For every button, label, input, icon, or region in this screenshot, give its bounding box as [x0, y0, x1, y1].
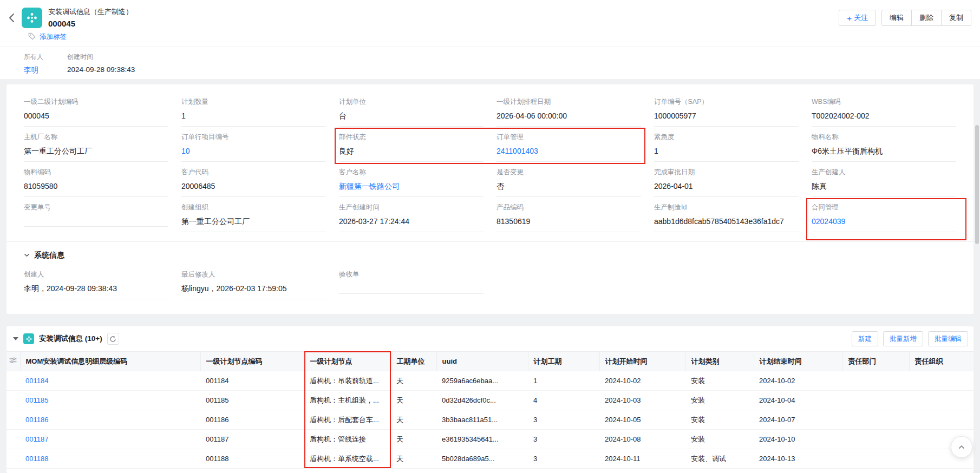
detail-field: 主机厂名称第一重工分公司工厂 — [24, 133, 168, 168]
field-value-link[interactable]: 10 — [181, 146, 326, 162]
table-cell: 001184 — [200, 371, 304, 391]
table-cell: 3 — [528, 430, 599, 449]
related-list-title: 安装调试信息 (10+) — [39, 334, 102, 344]
detail-field: 生产创建人陈真 — [812, 168, 956, 203]
detail-field: WBS编码T002024002-002 — [812, 97, 956, 133]
table-cell: 3b3baac811a51... — [436, 410, 528, 430]
related-list-card: 安装调试信息 (10+) 新建 批量新增 批量编辑 MOM安装调试信息明细层级编… — [6, 326, 974, 473]
field-value: 81350619 — [496, 216, 641, 232]
detail-field: 产品编码81350619 — [496, 203, 641, 238]
field-label: WBS编码 — [812, 97, 956, 107]
object-app-icon — [22, 8, 42, 28]
record-link[interactable]: 001184 — [20, 371, 200, 391]
field-value: 1000005977 — [654, 110, 799, 127]
table-cell — [909, 391, 974, 410]
record-link[interactable]: 001186 — [20, 410, 200, 430]
column-header-3[interactable]: 一级计划节点 — [304, 352, 391, 371]
batch-add-button[interactable]: 批量新增 — [883, 331, 923, 346]
table-cell: 天 — [391, 371, 436, 391]
column-header-10[interactable]: 责任部门 — [842, 352, 909, 371]
refresh-icon[interactable] — [107, 333, 119, 345]
field-label: 主机厂名称 — [24, 133, 168, 142]
field-label: 物料编码 — [24, 168, 168, 177]
field-value — [24, 216, 168, 227]
new-button[interactable]: 新建 — [852, 331, 878, 346]
table-cell: 盾构机：后配套台车... — [304, 410, 391, 430]
column-header-11[interactable]: 责任组织 — [909, 352, 974, 371]
field-value: 第一重工分公司工厂 — [24, 146, 168, 162]
field-label: 合同管理 — [812, 203, 956, 212]
column-settings-button[interactable] — [6, 352, 20, 371]
detail-field: 订单管理2411001403 — [496, 133, 641, 168]
detail-field: 部件状态良好 — [339, 133, 484, 168]
field-label: 是否变更 — [496, 168, 641, 177]
column-header-9[interactable]: 计划结束时间 — [754, 352, 842, 371]
column-header-2[interactable]: 一级计划节点编码 — [200, 352, 304, 371]
row-leading-cell — [6, 391, 20, 410]
field-label: 生产制造Id — [654, 203, 799, 212]
table-cell — [842, 410, 909, 430]
table-cell: 安装 — [685, 371, 754, 391]
table-cell: 0d32d426dcf0c... — [436, 391, 528, 410]
owner-link[interactable]: 李明 — [24, 65, 43, 75]
plus-icon: + — [847, 14, 852, 23]
detail-field: 一级计划排程日期2026-04-06 00:00:00 — [496, 97, 641, 133]
delete-button[interactable]: 删除 — [911, 10, 942, 26]
field-value: T002024002-002 — [812, 110, 956, 127]
table-cell: e361935345641... — [436, 430, 528, 449]
record-link[interactable]: 001185 — [20, 391, 200, 410]
detail-field: 紧急度1 — [654, 133, 799, 168]
scroll-top-button[interactable] — [951, 436, 972, 458]
system-info-title: 系统信息 — [34, 251, 64, 260]
detail-field: 生产创建时间2026-03-27 17:24:44 — [339, 203, 484, 238]
follow-button[interactable]: +关注 — [839, 10, 876, 26]
field-value: 81059580 — [24, 181, 168, 197]
table-cell: 安装 — [685, 391, 754, 410]
field-label: 生产创建人 — [812, 168, 956, 177]
chevron-up-icon — [958, 443, 965, 451]
column-header-8[interactable]: 计划类别 — [685, 352, 754, 371]
detail-field: 创建组织第一重工分公司工厂 — [181, 203, 326, 238]
vertical-scrollbar-thumb[interactable] — [975, 125, 979, 244]
table-row[interactable]: 001184001184盾构机：吊装前轨道...天9259a6ac6ebaa..… — [6, 371, 974, 391]
copy-button[interactable]: 复制 — [941, 10, 971, 26]
table-cell: 001188 — [200, 449, 304, 469]
table-row[interactable]: 001188001188盾构机：单系统空载...天5b028da689a5...… — [6, 449, 974, 469]
collapse-triangle-icon[interactable] — [13, 337, 18, 340]
table-row[interactable]: 001185001185盾构机：主机组装，...天0d32d426dcf0c..… — [6, 391, 974, 410]
column-header-6[interactable]: 计划工期 — [528, 352, 599, 371]
field-value: 1 — [181, 110, 326, 127]
column-header-7[interactable]: 计划开始时间 — [599, 352, 685, 371]
record-link[interactable]: 001187 — [20, 430, 200, 449]
field-label: 生产创建时间 — [339, 203, 484, 212]
table-cell: 天 — [391, 430, 436, 449]
batch-edit-button[interactable]: 批量编辑 — [928, 331, 968, 346]
field-label: 验收单 — [339, 270, 484, 279]
chevron-down-icon[interactable] — [24, 251, 30, 260]
field-value-link[interactable]: 02024039 — [812, 216, 956, 232]
column-header-1[interactable]: MOM安装调试信息明细层级编码 — [20, 352, 200, 371]
table-cell: 001187 — [200, 430, 304, 449]
table-cell: 2024-10-13 — [754, 449, 842, 469]
edit-button[interactable]: 编辑 — [881, 10, 912, 26]
detail-field: 完成审批日期2026-04-01 — [654, 168, 799, 203]
table-cell — [909, 371, 974, 391]
table-row[interactable]: 001186001186盾构机：后配套台车...天3b3baac811a51..… — [6, 410, 974, 430]
back-button[interactable] — [9, 6, 22, 25]
table-row[interactable]: 001187001187盾构机：管线连接天e361935345641...320… — [6, 430, 974, 449]
field-label: 创建组织 — [181, 203, 326, 212]
field-value-link[interactable]: 2411001403 — [496, 146, 641, 162]
column-header-4[interactable]: 工期单位 — [391, 352, 436, 371]
record-number: 000045 — [48, 19, 133, 28]
add-tag-link[interactable]: 添加标签 — [40, 32, 67, 42]
column-header-5[interactable]: uuid — [436, 352, 528, 371]
field-value: 2026-04-01 — [654, 181, 799, 197]
record-link[interactable]: 001188 — [20, 449, 200, 469]
table-cell: 2024-10-07 — [754, 410, 842, 430]
field-label: 订单编号（SAP） — [654, 97, 799, 107]
table-cell: 5b028da689a5... — [436, 449, 528, 469]
table-cell: 天 — [391, 391, 436, 410]
tag-icon — [28, 32, 36, 42]
table-cell: 1 — [528, 371, 599, 391]
field-value-link[interactable]: 新疆第一铁路公司 — [339, 181, 484, 197]
